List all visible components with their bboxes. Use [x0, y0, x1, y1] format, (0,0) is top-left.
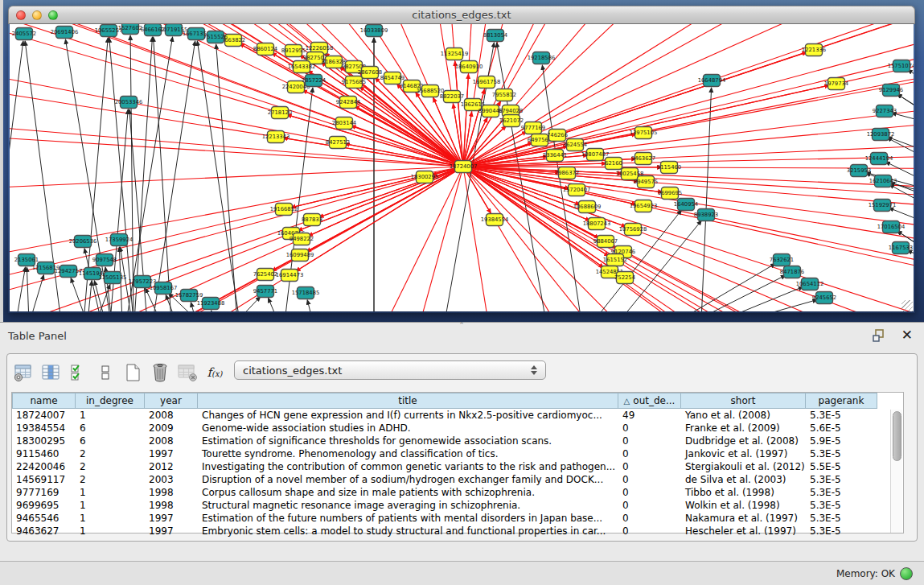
graph-edge[interactable]	[71, 278, 87, 311]
graph-node[interactable]: 10688609	[573, 201, 602, 213]
graph-node[interactable]: 746266	[547, 130, 568, 142]
table-row[interactable]: 946554611997Estimation of the future num…	[12, 512, 903, 525]
float-panel-icon[interactable]	[873, 329, 887, 343]
graph-edge[interactable]	[463, 24, 914, 167]
graph-node[interactable]: 9129946	[879, 84, 903, 97]
graph-node[interactable]: 3215953	[847, 165, 871, 177]
graph-edge[interactable]	[453, 104, 463, 167]
table-row[interactable]: 1456911722003Disruption of a novel membe…	[12, 473, 903, 486]
graph-edge[interactable]	[211, 311, 212, 311]
column-header-year[interactable]: year	[145, 393, 198, 409]
graph-node[interactable]: 18640910	[455, 61, 483, 73]
graph-edge[interactable]	[463, 24, 914, 167]
table-row[interactable]: 1872400712008Changes of HCN gene express…	[12, 409, 903, 422]
graph-node[interactable]: 8860124	[253, 43, 277, 56]
table-row[interactable]: 911546021997Tourette syndrome. Phenomeno…	[12, 447, 903, 460]
graph-node[interactable]: 1979734	[824, 78, 848, 90]
column-header-in_degree[interactable]: in_degree	[76, 393, 145, 409]
graph-edge[interactable]	[463, 24, 914, 167]
delete-table-icon[interactable]	[176, 361, 199, 384]
graph-node[interactable]: 8471876	[780, 266, 804, 278]
new-column-icon[interactable]	[121, 361, 144, 384]
graph-node[interactable]: 8938923	[694, 209, 718, 221]
graph-edge[interactable]	[463, 24, 914, 167]
table-scrollbar-thumb[interactable]	[893, 411, 901, 461]
graph-edge[interactable]	[463, 24, 914, 167]
graph-node[interactable]: 9245652	[812, 292, 836, 304]
graph-edge[interactable]	[134, 37, 152, 311]
graph-node[interactable]: 8454749	[380, 72, 405, 84]
graph-node[interactable]: 15720407	[563, 184, 591, 196]
graph-node[interactable]: 1615152	[603, 254, 627, 266]
graph-node[interactable]: 15751074	[888, 60, 914, 72]
table-scrollbar[interactable]	[890, 410, 902, 533]
select-rows-icon[interactable]	[67, 361, 89, 384]
graph-edge[interactable]	[733, 299, 817, 311]
graph-node[interactable]: 9777169	[521, 122, 545, 134]
graph-edge[interactable]	[463, 167, 655, 311]
memory-ok-indicator-icon[interactable]	[900, 567, 913, 580]
graph-node[interactable]: 19384554	[481, 214, 509, 226]
graph-edge[interactable]	[463, 24, 914, 167]
graph-edge[interactable]	[463, 24, 914, 167]
graph-node[interactable]: 9097548	[92, 254, 117, 266]
graph-edge[interactable]	[497, 43, 546, 311]
column-header-pagerank[interactable]: pagerank	[806, 393, 877, 409]
graph-node[interactable]: 9884067	[593, 236, 618, 248]
delete-column-icon[interactable]	[149, 361, 171, 384]
graph-node[interactable]: 8949575	[634, 176, 658, 188]
graph-node[interactable]: 16648794	[698, 75, 726, 87]
window-resize-grip[interactable]	[901, 300, 913, 311]
graph-node[interactable]: 7625402	[253, 269, 277, 281]
graph-edge[interactable]	[268, 298, 278, 311]
graph-edge[interactable]	[892, 113, 914, 124]
column-header-name[interactable]: name	[12, 393, 76, 409]
graph-node[interactable]: 1640954	[674, 199, 698, 211]
graph-node[interactable]: 7955812	[492, 89, 516, 101]
graph-edge[interactable]	[130, 35, 133, 311]
graph-edge[interactable]	[16, 267, 26, 311]
panel-splitter-grip[interactable]: ⌃	[454, 323, 469, 329]
close-panel-icon[interactable]: ✕	[901, 328, 913, 343]
graph-edge[interactable]	[887, 137, 914, 154]
table-row[interactable]: 946362711997Embryonic stem cells: a mode…	[12, 525, 903, 538]
network-graph-canvas[interactable]: 1830029519384554766382288601248912955122…	[10, 24, 914, 311]
column-header-out_degree[interactable]: △out_de...	[618, 393, 681, 409]
graph-edge[interactable]	[463, 24, 914, 167]
graph-node[interactable]: 20053346	[115, 97, 143, 109]
graph-node[interactable]: 3624554	[563, 139, 587, 151]
graph-node[interactable]: 9699695	[658, 187, 682, 200]
graph-node[interactable]: 16914473	[276, 270, 304, 282]
graph-node[interactable]: 1527602	[118, 24, 142, 35]
close-window-button[interactable]	[16, 10, 26, 20]
graph-node[interactable]: 2405572	[12, 28, 36, 40]
table-row[interactable]: 977716911998Corpus callosum shape and si…	[12, 486, 903, 499]
graph-node[interactable]: 1167533	[889, 242, 913, 254]
graph-node[interactable]: 16033809	[360, 25, 388, 37]
show-columns-icon[interactable]	[39, 361, 62, 384]
graph-node[interactable]: 62160	[605, 158, 622, 170]
graph-node[interactable]: 7857224	[302, 75, 326, 87]
graph-node[interactable]: 12444194	[865, 153, 893, 165]
graph-edge[interactable]	[463, 24, 914, 167]
graph-node[interactable]: 17359924	[105, 234, 133, 246]
graph-edge[interactable]	[307, 300, 313, 311]
column-header-title[interactable]: title	[198, 393, 618, 409]
graph-node[interactable]: 2135061	[14, 254, 39, 266]
graph-node[interactable]: 15718485	[292, 287, 320, 299]
graph-node[interactable]: 887833	[302, 214, 322, 226]
graph-node[interactable]: 7632621	[770, 254, 794, 266]
graph-node[interactable]: 12093872	[867, 129, 895, 141]
graph-node[interactable]: 8813054	[483, 30, 507, 42]
graph-node[interactable]: 19166852	[270, 204, 298, 216]
graph-edge[interactable]	[463, 24, 914, 167]
graph-node[interactable]: 9175685	[342, 76, 366, 89]
graph-edge[interactable]	[109, 38, 133, 311]
graph-node[interactable]: 2718120	[268, 107, 292, 119]
graph-node[interactable]: 2336441	[543, 150, 567, 162]
graph-node[interactable]: 8912955	[281, 45, 306, 57]
table-row[interactable]: 1938455462009Genome-wide association stu…	[12, 422, 903, 435]
table-settings-icon[interactable]	[12, 361, 35, 384]
graph-edge[interactable]	[27, 267, 29, 311]
window-titlebar[interactable]: citations_edges.txt	[8, 6, 915, 24]
